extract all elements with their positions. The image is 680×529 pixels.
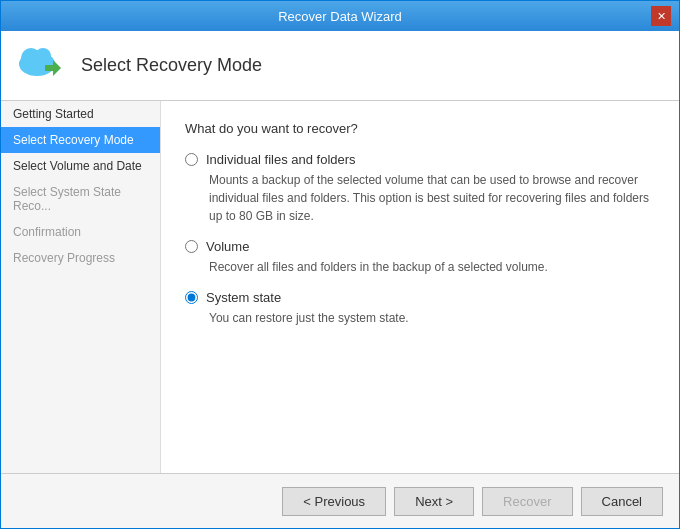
desc-system-state: You can restore just the system state. [209,309,655,327]
wizard-header: Select Recovery Mode [1,31,679,101]
radio-individual-files[interactable] [185,153,198,166]
next-button[interactable]: Next > [394,487,474,516]
window-title: Recover Data Wizard [29,9,651,24]
label-volume[interactable]: Volume [206,239,249,254]
option-system-state: System state You can restore just the sy… [185,290,655,327]
radio-system-state[interactable] [185,291,198,304]
label-individual-files[interactable]: Individual files and folders [206,152,356,167]
radio-volume[interactable] [185,240,198,253]
title-bar: Recover Data Wizard ✕ [1,1,679,31]
sidebar-item-select-volume-date[interactable]: Select Volume and Date [1,153,160,179]
wizard-icon [17,42,65,90]
sidebar-item-confirmation: Confirmation [1,219,160,245]
option-system-state-row: System state [185,290,655,305]
close-button[interactable]: ✕ [651,6,671,26]
main-content: What do you want to recover? Individual … [161,101,679,473]
sidebar-item-select-system-state: Select System State Reco... [1,179,160,219]
sidebar-item-select-recovery-mode[interactable]: Select Recovery Mode [1,127,160,153]
desc-volume: Recover all files and folders in the bac… [209,258,655,276]
desc-individual-files: Mounts a backup of the selected volume t… [209,171,655,225]
option-individual-files: Individual files and folders Mounts a ba… [185,152,655,225]
sidebar-item-getting-started[interactable]: Getting Started [1,101,160,127]
sidebar: Getting Started Select Recovery Mode Sel… [1,101,161,473]
option-volume: Volume Recover all files and folders in … [185,239,655,276]
recover-button[interactable]: Recover [482,487,572,516]
title-bar-controls: ✕ [651,6,671,26]
sidebar-item-recovery-progress: Recovery Progress [1,245,160,271]
wizard-window: Recover Data Wizard ✕ Select Recovery Mo… [0,0,680,529]
cancel-button[interactable]: Cancel [581,487,663,516]
previous-button[interactable]: < Previous [282,487,386,516]
option-volume-row: Volume [185,239,655,254]
footer: < Previous Next > Recover Cancel [1,473,679,528]
question-label: What do you want to recover? [185,121,655,136]
option-individual-files-row: Individual files and folders [185,152,655,167]
content-area: Getting Started Select Recovery Mode Sel… [1,101,679,473]
svg-point-2 [35,48,51,64]
wizard-title: Select Recovery Mode [81,55,262,76]
label-system-state[interactable]: System state [206,290,281,305]
